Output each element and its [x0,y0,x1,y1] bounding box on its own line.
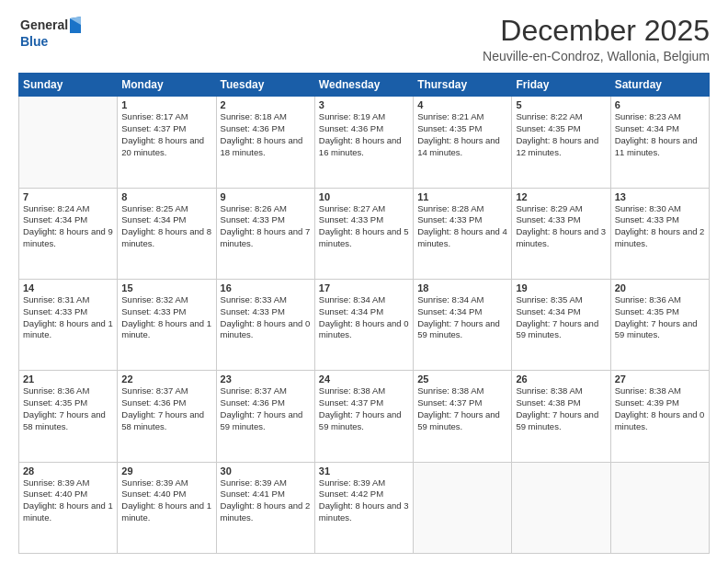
day-number: 12 [516,191,606,202]
calendar-cell: 24Sunrise: 8:38 AM Sunset: 4:37 PM Dayli… [314,371,413,462]
day-number: 5 [516,99,606,110]
calendar-cell: 28Sunrise: 8:39 AM Sunset: 4:40 PM Dayli… [19,462,118,553]
day-number: 7 [23,191,113,202]
day-number: 6 [615,99,705,110]
day-number: 17 [319,282,409,293]
day-info: Sunrise: 8:29 AM Sunset: 4:33 PM Dayligh… [516,203,606,250]
day-info: Sunrise: 8:36 AM Sunset: 4:35 PM Dayligh… [23,385,113,432]
day-info: Sunrise: 8:34 AM Sunset: 4:34 PM Dayligh… [417,294,507,341]
day-info: Sunrise: 8:27 AM Sunset: 4:33 PM Dayligh… [319,203,409,250]
day-number: 22 [121,373,211,385]
day-number: 21 [23,373,113,385]
calendar-cell: 26Sunrise: 8:38 AM Sunset: 4:38 PM Dayli… [512,371,610,462]
calendar-header-tuesday: Tuesday [216,74,314,97]
calendar-cell [414,462,512,553]
subtitle: Neuville-en-Condroz, Wallonia, Belgium [483,49,710,63]
day-number: 15 [121,282,211,293]
logo: General Blue [18,15,83,53]
calendar-cell: 19Sunrise: 8:35 AM Sunset: 4:34 PM Dayli… [512,279,610,370]
day-info: Sunrise: 8:18 AM Sunset: 4:36 PM Dayligh… [221,111,311,158]
main-title: December 2025 [483,15,710,47]
day-number: 3 [319,99,409,110]
day-info: Sunrise: 8:38 AM Sunset: 4:38 PM Dayligh… [516,385,606,432]
calendar-cell [512,462,610,553]
calendar-header-wednesday: Wednesday [314,74,413,97]
calendar-cell: 10Sunrise: 8:27 AM Sunset: 4:33 PM Dayli… [314,188,413,279]
day-info: Sunrise: 8:39 AM Sunset: 4:40 PM Dayligh… [121,477,211,524]
day-info: Sunrise: 8:28 AM Sunset: 4:33 PM Dayligh… [417,203,507,250]
day-info: Sunrise: 8:39 AM Sunset: 4:41 PM Dayligh… [221,477,311,524]
day-number: 30 [221,465,311,477]
calendar-cell: 9Sunrise: 8:26 AM Sunset: 4:33 PM Daylig… [216,188,314,279]
day-number: 10 [319,191,409,202]
day-info: Sunrise: 8:30 AM Sunset: 4:33 PM Dayligh… [615,203,705,250]
header: General Blue December 2025 Neuville-en-C… [18,15,710,63]
calendar-week-1: 1Sunrise: 8:17 AM Sunset: 4:37 PM Daylig… [19,97,710,188]
calendar-header-row: SundayMondayTuesdayWednesdayThursdayFrid… [19,74,710,97]
svg-text:Blue: Blue [20,34,49,49]
calendar-cell: 16Sunrise: 8:33 AM Sunset: 4:33 PM Dayli… [216,279,314,370]
calendar-week-2: 7Sunrise: 8:24 AM Sunset: 4:34 PM Daylig… [19,188,710,279]
day-info: Sunrise: 8:39 AM Sunset: 4:40 PM Dayligh… [23,477,113,524]
day-info: Sunrise: 8:37 AM Sunset: 4:36 PM Dayligh… [121,385,211,432]
calendar-cell: 8Sunrise: 8:25 AM Sunset: 4:34 PM Daylig… [118,188,216,279]
day-number: 9 [221,191,311,202]
day-info: Sunrise: 8:34 AM Sunset: 4:34 PM Dayligh… [319,294,409,341]
day-number: 18 [417,282,507,293]
day-info: Sunrise: 8:36 AM Sunset: 4:35 PM Dayligh… [615,294,705,341]
day-number: 31 [319,465,409,477]
calendar-cell [19,97,118,188]
day-info: Sunrise: 8:26 AM Sunset: 4:33 PM Dayligh… [221,203,311,250]
day-number: 4 [417,99,507,110]
day-info: Sunrise: 8:39 AM Sunset: 4:42 PM Dayligh… [319,477,409,524]
calendar-header-friday: Friday [512,74,610,97]
calendar-cell: 25Sunrise: 8:38 AM Sunset: 4:37 PM Dayli… [414,371,512,462]
calendar-cell: 29Sunrise: 8:39 AM Sunset: 4:40 PM Dayli… [118,462,216,553]
calendar-header-sunday: Sunday [19,74,118,97]
day-info: Sunrise: 8:35 AM Sunset: 4:34 PM Dayligh… [516,294,606,341]
calendar-header-monday: Monday [118,74,216,97]
day-info: Sunrise: 8:25 AM Sunset: 4:34 PM Dayligh… [121,203,211,250]
calendar-cell: 6Sunrise: 8:23 AM Sunset: 4:34 PM Daylig… [610,97,709,188]
day-number: 27 [615,373,705,385]
calendar-table: SundayMondayTuesdayWednesdayThursdayFrid… [18,73,710,554]
calendar-header-saturday: Saturday [610,74,709,97]
day-number: 24 [319,373,409,385]
calendar-week-5: 28Sunrise: 8:39 AM Sunset: 4:40 PM Dayli… [19,462,710,553]
calendar-cell: 31Sunrise: 8:39 AM Sunset: 4:42 PM Dayli… [314,462,413,553]
svg-text:General: General [20,17,68,32]
calendar-cell: 4Sunrise: 8:21 AM Sunset: 4:35 PM Daylig… [414,97,512,188]
calendar-cell: 11Sunrise: 8:28 AM Sunset: 4:33 PM Dayli… [414,188,512,279]
page: General Blue December 2025 Neuville-en-C… [0,0,728,563]
calendar-cell: 2Sunrise: 8:18 AM Sunset: 4:36 PM Daylig… [216,97,314,188]
day-info: Sunrise: 8:37 AM Sunset: 4:36 PM Dayligh… [221,385,311,432]
calendar-cell: 23Sunrise: 8:37 AM Sunset: 4:36 PM Dayli… [216,371,314,462]
day-number: 28 [23,465,113,477]
day-info: Sunrise: 8:21 AM Sunset: 4:35 PM Dayligh… [417,111,507,158]
day-info: Sunrise: 8:23 AM Sunset: 4:34 PM Dayligh… [615,111,705,158]
logo-svg: General Blue [18,15,83,53]
calendar-cell: 7Sunrise: 8:24 AM Sunset: 4:34 PM Daylig… [19,188,118,279]
day-number: 8 [121,191,211,202]
day-number: 2 [221,99,311,110]
calendar-cell [610,462,709,553]
day-number: 23 [221,373,311,385]
day-number: 16 [221,282,311,293]
day-info: Sunrise: 8:38 AM Sunset: 4:39 PM Dayligh… [615,385,705,432]
calendar-cell: 12Sunrise: 8:29 AM Sunset: 4:33 PM Dayli… [512,188,610,279]
calendar-week-3: 14Sunrise: 8:31 AM Sunset: 4:33 PM Dayli… [19,279,710,370]
day-number: 26 [516,373,606,385]
title-block: December 2025 Neuville-en-Condroz, Wallo… [483,15,710,63]
calendar-cell: 15Sunrise: 8:32 AM Sunset: 4:33 PM Dayli… [118,279,216,370]
calendar-header-thursday: Thursday [414,74,512,97]
day-info: Sunrise: 8:32 AM Sunset: 4:33 PM Dayligh… [121,294,211,341]
day-info: Sunrise: 8:24 AM Sunset: 4:34 PM Dayligh… [23,203,113,250]
day-number: 13 [615,191,705,202]
day-number: 19 [516,282,606,293]
calendar-cell: 18Sunrise: 8:34 AM Sunset: 4:34 PM Dayli… [414,279,512,370]
day-info: Sunrise: 8:17 AM Sunset: 4:37 PM Dayligh… [121,111,211,158]
calendar-week-4: 21Sunrise: 8:36 AM Sunset: 4:35 PM Dayli… [19,371,710,462]
day-info: Sunrise: 8:19 AM Sunset: 4:36 PM Dayligh… [319,111,409,158]
calendar-cell: 21Sunrise: 8:36 AM Sunset: 4:35 PM Dayli… [19,371,118,462]
calendar-cell: 5Sunrise: 8:22 AM Sunset: 4:35 PM Daylig… [512,97,610,188]
